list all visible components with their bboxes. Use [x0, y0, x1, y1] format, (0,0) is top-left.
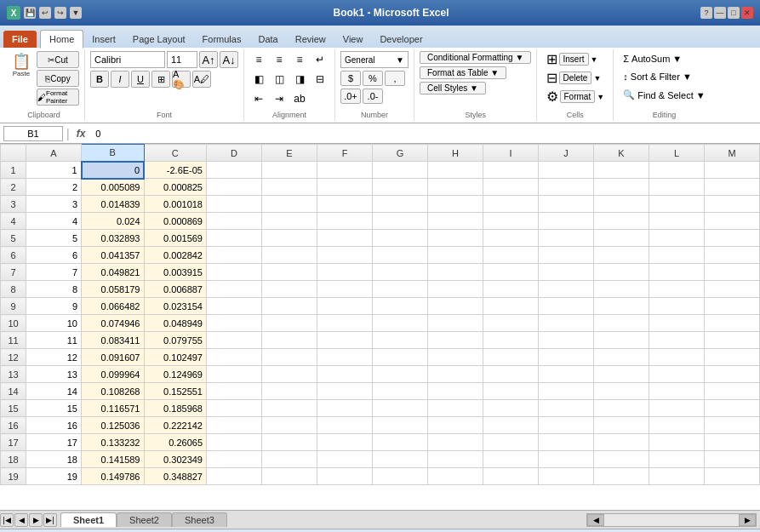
cell-i[interactable]: [483, 400, 539, 417]
cell-g[interactable]: [373, 315, 428, 332]
cell-a[interactable]: 19: [26, 468, 82, 485]
col-header-C[interactable]: C: [144, 145, 207, 162]
cell-h[interactable]: [428, 315, 483, 332]
quick-access-undo[interactable]: ↩: [39, 7, 51, 19]
cell-k[interactable]: [594, 434, 649, 451]
cell-a[interactable]: 15: [26, 400, 82, 417]
cell-b[interactable]: 0.149786: [82, 468, 145, 485]
format-dropdown[interactable]: ▼: [597, 93, 604, 101]
align-right[interactable]: ◨: [290, 71, 309, 88]
cell-f[interactable]: [317, 468, 373, 485]
cell-l[interactable]: [649, 468, 705, 485]
col-header-A[interactable]: A: [26, 145, 82, 162]
comma-button[interactable]: ,: [385, 71, 405, 86]
cell-a[interactable]: 10: [26, 315, 82, 332]
font-color-button[interactable]: A🖊: [192, 71, 211, 88]
cell-f[interactable]: [317, 332, 373, 349]
cell-d[interactable]: [207, 315, 262, 332]
cell-e[interactable]: [262, 366, 317, 383]
cell-f[interactable]: [317, 281, 373, 298]
quick-access-dropdown[interactable]: ▼: [70, 7, 82, 19]
decrease-indent[interactable]: ⇤: [249, 90, 268, 107]
find-dropdown[interactable]: ▼: [696, 90, 706, 100]
cell-b[interactable]: 0.091607: [82, 349, 145, 366]
decrease-decimal[interactable]: .0-: [363, 89, 383, 104]
horizontal-scrollbar[interactable]: ◀ ▶: [586, 513, 757, 527]
cell-h[interactable]: [428, 230, 483, 247]
tab-view[interactable]: View: [334, 31, 372, 48]
cell-f[interactable]: [317, 315, 373, 332]
cell-k[interactable]: [594, 179, 649, 196]
cell-j[interactable]: [539, 400, 594, 417]
cell-m[interactable]: [705, 281, 760, 298]
format-button[interactable]: Format: [560, 90, 596, 103]
cell-h[interactable]: [428, 332, 483, 349]
cell-c[interactable]: 0.001569: [144, 230, 207, 247]
cell-f[interactable]: [317, 264, 373, 281]
cell-d[interactable]: [207, 264, 262, 281]
cell-k[interactable]: [594, 349, 649, 366]
cell-d[interactable]: [207, 383, 262, 400]
cell-e[interactable]: [262, 162, 317, 179]
format-as-table-button[interactable]: Format as Table ▼: [420, 66, 506, 79]
cell-f[interactable]: [317, 451, 373, 468]
cell-g[interactable]: [373, 179, 428, 196]
cell-l[interactable]: [649, 162, 705, 179]
cell-c[interactable]: 0.26065: [144, 434, 207, 451]
wrap-text[interactable]: ↵: [311, 51, 329, 68]
find-select-button[interactable]: 🔍 Find & Select ▼: [619, 87, 709, 103]
minimize-button[interactable]: —: [714, 7, 726, 19]
cell-j[interactable]: [539, 196, 594, 213]
quick-access-save[interactable]: 💾: [24, 7, 36, 19]
cell-e[interactable]: [262, 332, 317, 349]
cell-h[interactable]: [428, 179, 483, 196]
cell-f[interactable]: [317, 179, 373, 196]
col-header-H[interactable]: H: [428, 145, 483, 162]
cell-i[interactable]: [483, 162, 539, 179]
cell-m[interactable]: [705, 298, 760, 315]
cell-b[interactable]: 0.116571: [82, 400, 145, 417]
quick-access-redo[interactable]: ↪: [54, 7, 66, 19]
cell-e[interactable]: [262, 400, 317, 417]
cell-m[interactable]: [705, 213, 760, 230]
cell-e[interactable]: [262, 417, 317, 434]
cell-a[interactable]: 3: [26, 196, 82, 213]
cell-a[interactable]: 18: [26, 451, 82, 468]
cell-h[interactable]: [428, 349, 483, 366]
cell-k[interactable]: [594, 230, 649, 247]
cell-b[interactable]: 0.133232: [82, 434, 145, 451]
tab-formulas[interactable]: Formulas: [194, 31, 250, 48]
delete-button[interactable]: Delete: [559, 72, 592, 84]
sort-dropdown[interactable]: ▼: [683, 72, 692, 82]
cell-m[interactable]: [705, 434, 760, 451]
cell-a[interactable]: 7: [26, 264, 82, 281]
cell-f[interactable]: [317, 349, 373, 366]
cell-i[interactable]: [483, 383, 539, 400]
cell-d[interactable]: [207, 434, 262, 451]
cell-h[interactable]: [428, 247, 483, 264]
cell-l[interactable]: [649, 434, 705, 451]
cell-j[interactable]: [539, 383, 594, 400]
cell-h[interactable]: [428, 366, 483, 383]
italic-button[interactable]: I: [111, 71, 129, 88]
cell-c[interactable]: 0.003915: [144, 264, 207, 281]
cell-styles-button[interactable]: Cell Styles ▼: [420, 82, 486, 94]
cell-g[interactable]: [373, 332, 428, 349]
increase-decimal[interactable]: .0+: [340, 89, 361, 104]
cell-b[interactable]: 0.005089: [82, 179, 145, 196]
cell-i[interactable]: [483, 417, 539, 434]
cell-d[interactable]: [207, 298, 262, 315]
merge-cells[interactable]: ⊟: [311, 71, 329, 88]
cell-l[interactable]: [649, 298, 705, 315]
cell-i[interactable]: [483, 468, 539, 485]
format-painter-button[interactable]: 🖌 Format Painter: [37, 89, 79, 106]
number-format-dropdown[interactable]: General ▼: [340, 51, 409, 68]
cell-i[interactable]: [483, 349, 539, 366]
col-header-G[interactable]: G: [373, 145, 428, 162]
autosum-dropdown[interactable]: ▼: [672, 54, 682, 64]
cell-a[interactable]: 16: [26, 417, 82, 434]
cell-a[interactable]: 14: [26, 383, 82, 400]
cell-k[interactable]: [594, 332, 649, 349]
cell-h[interactable]: [428, 196, 483, 213]
cell-h[interactable]: [428, 213, 483, 230]
